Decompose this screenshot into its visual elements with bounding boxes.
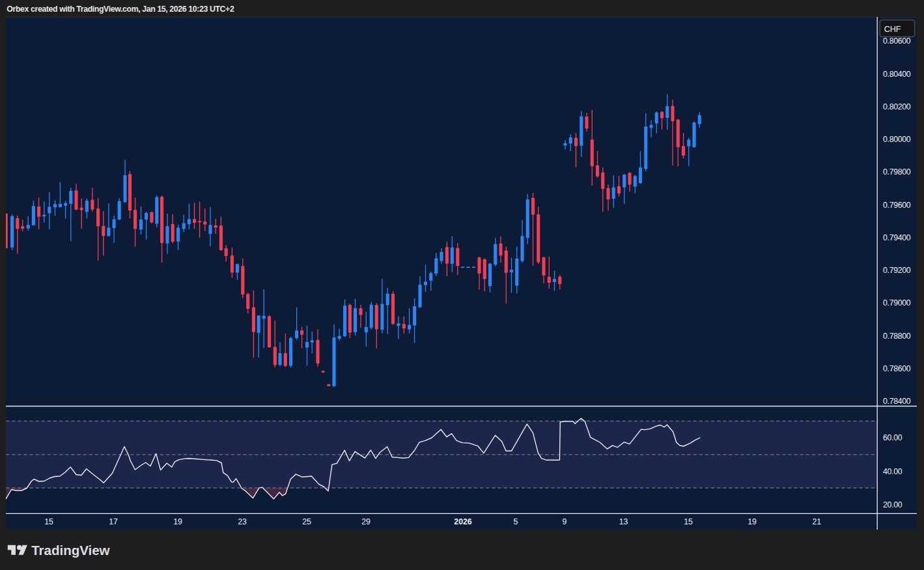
svg-text:19: 19 xyxy=(173,517,182,526)
svg-text:25: 25 xyxy=(302,517,311,526)
svg-text:17: 17 xyxy=(109,517,118,526)
svg-text:Orbex created with TradingView: Orbex created with TradingView.com, Jan … xyxy=(7,5,234,14)
svg-text:13: 13 xyxy=(619,517,628,526)
svg-text:0.79600: 0.79600 xyxy=(883,201,911,210)
svg-text:0.78600: 0.78600 xyxy=(883,364,911,373)
svg-text:0.78400: 0.78400 xyxy=(883,397,911,406)
svg-text:60.00: 60.00 xyxy=(883,433,903,442)
svg-text:15: 15 xyxy=(44,517,53,526)
svg-text:9: 9 xyxy=(563,517,567,526)
svg-text:21: 21 xyxy=(812,517,821,526)
svg-text:19: 19 xyxy=(748,517,757,526)
svg-text:0.80000: 0.80000 xyxy=(883,135,911,144)
svg-text:0.80200: 0.80200 xyxy=(883,102,911,111)
svg-text:0.79400: 0.79400 xyxy=(883,233,911,242)
svg-text:0.80600: 0.80600 xyxy=(883,36,911,46)
svg-text:40.00: 40.00 xyxy=(883,467,903,476)
svg-text:29: 29 xyxy=(361,517,371,526)
svg-text:2026: 2026 xyxy=(454,517,472,526)
svg-text:CHF: CHF xyxy=(884,25,901,34)
svg-text:15: 15 xyxy=(684,517,693,526)
svg-text:20.00: 20.00 xyxy=(883,500,903,509)
svg-text:0.80400: 0.80400 xyxy=(883,70,911,79)
svg-text:TradingView: TradingView xyxy=(31,543,110,558)
svg-text:0.79000: 0.79000 xyxy=(883,298,911,307)
svg-text:0.79200: 0.79200 xyxy=(883,266,911,275)
svg-text:5: 5 xyxy=(514,517,518,526)
svg-text:0.79800: 0.79800 xyxy=(883,167,911,177)
svg-text:0.78800: 0.78800 xyxy=(883,332,911,341)
svg-text:23: 23 xyxy=(238,517,247,526)
